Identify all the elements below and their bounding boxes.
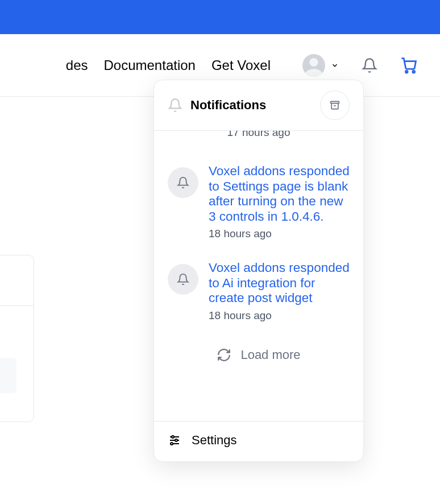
avatar — [302, 54, 325, 77]
clear-notifications-button[interactable] — [320, 90, 350, 97]
top-banner — [0, 0, 440, 34]
nav-link-get-voxel[interactable]: Get Voxel — [211, 57, 271, 73]
nav-links: des Documentation Get Voxel — [66, 57, 271, 73]
cart-icon[interactable] — [400, 57, 417, 74]
chevron-down-icon — [331, 61, 339, 69]
dropdown-header: Notifications — [154, 80, 363, 97]
bell-icon[interactable] — [362, 57, 377, 73]
user-menu[interactable] — [302, 54, 339, 77]
notifications-dropdown: Notifications 17 hours ago Voxel addons … — [153, 80, 364, 97]
nav-link-documentation[interactable]: Documentation — [104, 57, 196, 73]
svg-point-1 — [413, 71, 415, 73]
nav-link-guides[interactable]: des — [66, 57, 88, 73]
nav-icons — [302, 54, 417, 77]
svg-point-0 — [405, 71, 408, 73]
